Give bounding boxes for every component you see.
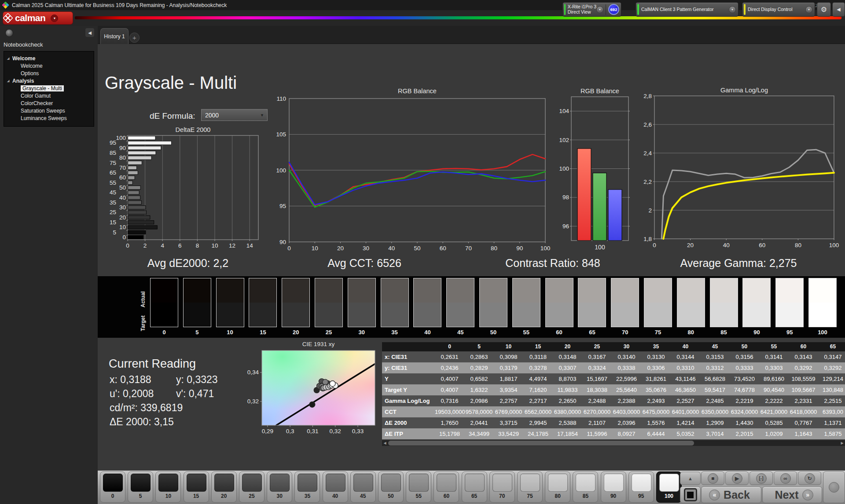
stop-button[interactable]: ■ — [701, 471, 724, 485]
pattern-level-button[interactable]: 85 — [573, 471, 598, 503]
pattern-level-button[interactable]: 90 — [601, 471, 626, 503]
scroll-right-icon[interactable]: ▶ — [839, 440, 845, 446]
sidebar-item-saturation-sweeps[interactable]: Saturation Sweeps — [4, 107, 94, 114]
grayscale-patch — [710, 278, 738, 327]
svg-text:102: 102 — [559, 137, 569, 143]
window-title: Calman 2025 Calman Ultimate for Business… — [12, 2, 227, 8]
pattern-generator-dropdown[interactable]: CalMAN Client 3 Pattern Generator ▼ — [636, 2, 738, 17]
pattern-level-button[interactable]: 75 — [517, 471, 543, 503]
logo-dropdown-icon[interactable]: ▼ — [51, 15, 58, 22]
patch-label: 30 — [348, 329, 376, 336]
meter-dropdown[interactable]: X-Rite i1Pro 3 Direct View ▼ 692 — [562, 2, 621, 17]
sidebar-item-welcome[interactable]: Welcome — [4, 62, 94, 69]
pattern-level-button[interactable]: 95 — [628, 471, 654, 503]
tree-expander-icon[interactable]: ◢ — [7, 79, 12, 83]
pattern-level-button[interactable]: 10 — [155, 471, 181, 503]
summary-item: Average Gamma: 2,275 — [680, 257, 797, 270]
table-row: y: CIE310,24360,28290,31790,32780,33070,… — [382, 362, 845, 373]
pattern-level-button[interactable]: 70 — [489, 471, 515, 503]
svg-text:40: 40 — [119, 194, 126, 201]
pattern-level-button[interactable]: 25 — [239, 471, 265, 503]
sidebar-item-welcome[interactable]: ◢Welcome — [4, 55, 94, 62]
meter-mode: Direct View — [568, 10, 596, 15]
chevron-down-icon[interactable]: ▼ — [596, 6, 603, 13]
pattern-level-button[interactable]: 5 — [128, 471, 153, 503]
pattern-window-button[interactable] — [680, 486, 701, 503]
sidebar-item-analysis[interactable]: ◢Analysis — [4, 77, 94, 84]
pattern-level-button[interactable]: 65 — [462, 471, 487, 503]
svg-text:45: 45 — [110, 189, 116, 196]
chevron-down-icon[interactable]: ▼ — [805, 6, 812, 13]
chevrons-right-icon: » — [802, 489, 813, 500]
svg-text:2: 2 — [143, 242, 147, 249]
table-scrollbar[interactable]: ◀ ▶ — [382, 440, 845, 446]
continuous-measure-icon: ∞ — [780, 473, 791, 484]
back-button[interactable]: « Back — [701, 486, 761, 503]
svg-text:DeltaE 2000: DeltaE 2000 — [176, 126, 211, 133]
pattern-level-button[interactable]: 100 — [656, 471, 682, 503]
continuous-measure-button[interactable]: ∞ — [774, 471, 797, 485]
sidebar-item-luminance-sweeps[interactable]: Luminance Sweeps — [4, 114, 94, 122]
reading-de2000: ΔE 2000: 3,15 — [110, 416, 174, 428]
svg-text:98: 98 — [562, 194, 569, 201]
svg-text:0,31: 0,31 — [307, 428, 318, 435]
pattern-level-button[interactable]: 35 — [294, 471, 320, 503]
tree-expander-icon[interactable]: ◢ — [7, 57, 12, 60]
arrow-up-icon: ▲ — [688, 476, 693, 481]
grayscale-patch — [808, 278, 837, 327]
sidebar-item-grayscale-multi[interactable]: Grayscale - Multi — [4, 84, 94, 92]
sidebar-collapse-icon[interactable]: ◀ — [85, 28, 94, 37]
single-measure-button[interactable]: [-] — [749, 471, 773, 485]
svg-text:90: 90 — [279, 239, 286, 245]
calman-menu-button[interactable]: calman ▼ — [3, 11, 73, 25]
pattern-level-button[interactable]: 50 — [378, 471, 404, 503]
pattern-level-button[interactable]: 45 — [350, 471, 376, 503]
sidebar-radio-button[interactable] — [5, 29, 13, 37]
svg-text:6: 6 — [178, 242, 182, 249]
tab-history[interactable]: History 1 — [100, 28, 129, 44]
collapse-panel-button[interactable]: ◀ — [832, 2, 845, 17]
pattern-level-button[interactable]: 20 — [211, 471, 237, 503]
svg-text:100: 100 — [829, 242, 839, 248]
patch-label: 20 — [282, 329, 310, 336]
patch-label: 70 — [611, 329, 639, 336]
sidebar-item-colorchecker[interactable]: ColorChecker — [4, 99, 94, 107]
add-tab-button[interactable]: + — [129, 33, 140, 43]
settings-button[interactable]: ⚙ — [817, 2, 831, 17]
measurement-count-badge[interactable]: 692 — [608, 4, 619, 15]
grayscale-patch — [183, 278, 211, 327]
svg-text:55: 55 — [110, 179, 116, 186]
svg-text:2,4: 2,4 — [643, 150, 652, 157]
stop-icon: ■ — [708, 473, 718, 484]
patch-label: 5 — [183, 329, 211, 336]
scrollbar-thumb[interactable] — [388, 441, 694, 446]
grayscale-patch — [677, 278, 705, 327]
patch-label: 45 — [446, 329, 474, 336]
svg-text:104: 104 — [559, 108, 569, 114]
de-formula-select[interactable]: 2000 ▼ — [201, 109, 268, 121]
meter-status-indicator — [564, 4, 566, 15]
svg-text:0,32: 0,32 — [247, 398, 259, 405]
pattern-level-button[interactable]: 55 — [406, 471, 431, 503]
status-button[interactable] — [823, 471, 845, 503]
pattern-level-button[interactable]: 30 — [267, 471, 292, 503]
scroll-left-icon[interactable]: ◀ — [382, 440, 388, 446]
pattern-up-button[interactable]: ▲ — [680, 472, 701, 485]
next-button[interactable]: Next » — [762, 486, 822, 503]
svg-text:2,2: 2,2 — [643, 179, 652, 185]
grayscale-patch — [742, 278, 771, 327]
display-control-dropdown[interactable]: Direct Display Control ▼ — [742, 2, 815, 17]
loop-measure-button[interactable]: ↻ — [798, 471, 821, 485]
sidebar-item-options[interactable]: Options — [4, 69, 94, 77]
pattern-level-button[interactable]: 0 — [100, 471, 125, 503]
pattern-level-button[interactable]: 40 — [323, 471, 348, 503]
play-button[interactable]: ▶ — [725, 471, 749, 485]
pattern-level-button[interactable]: 60 — [434, 471, 459, 503]
pattern-level-button[interactable]: 80 — [545, 471, 570, 503]
app-icon — [2, 2, 9, 9]
chevron-down-icon[interactable]: ▼ — [729, 6, 736, 13]
pattern-level-button[interactable]: 15 — [184, 471, 209, 503]
sidebar-item-color-gamut[interactable]: Color Gamut — [4, 92, 94, 99]
grayscale-patch — [216, 278, 244, 327]
sidebar: ◀ Notebookcheck ◢WelcomeWelcomeOptions◢A… — [0, 26, 98, 504]
